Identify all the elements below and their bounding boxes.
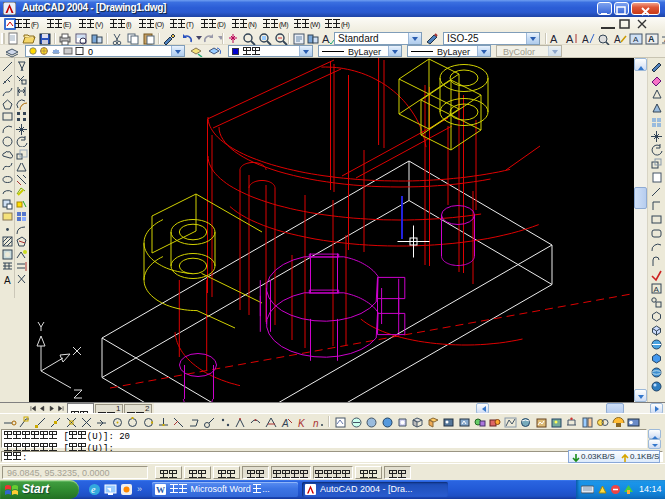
svg-text:0: 0 <box>88 47 93 57</box>
svg-text:A: A <box>648 34 655 44</box>
svg-text:W: W <box>156 485 165 495</box>
svg-text:A: A <box>322 33 330 45</box>
svg-text:e: e <box>91 484 96 495</box>
svg-text:A: A <box>654 285 660 294</box>
svg-text:A: A <box>582 34 589 45</box>
svg-text:A: A <box>4 275 11 285</box>
svg-text:A: A <box>550 33 558 45</box>
svg-text:A: A <box>614 34 621 45</box>
svg-text:A: A <box>566 33 574 45</box>
svg-text:A: A <box>633 35 639 44</box>
